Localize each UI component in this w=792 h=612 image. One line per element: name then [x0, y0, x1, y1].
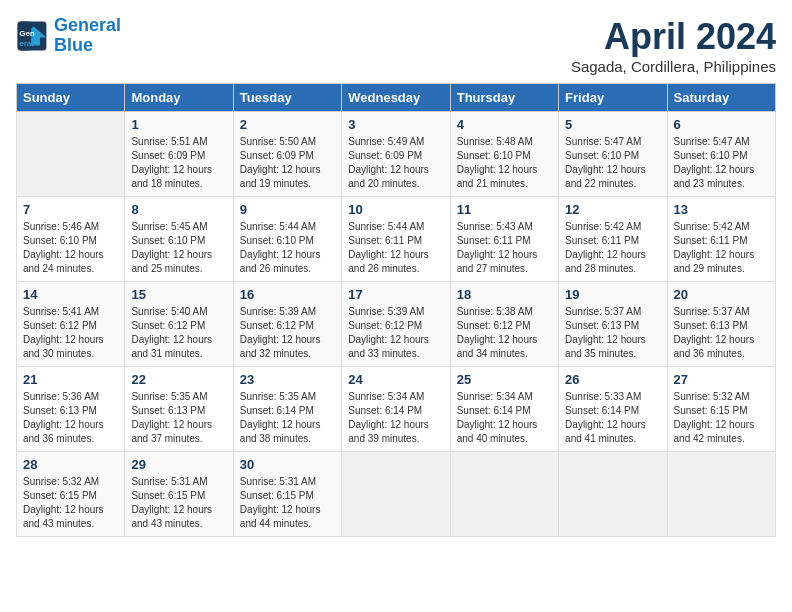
week-row-4: 21Sunrise: 5:36 AMSunset: 6:13 PMDayligh… [17, 367, 776, 452]
day-number: 25 [457, 372, 552, 387]
day-number: 6 [674, 117, 769, 132]
day-info: Sunrise: 5:36 AMSunset: 6:13 PMDaylight:… [23, 390, 118, 446]
day-info: Sunrise: 5:31 AMSunset: 6:15 PMDaylight:… [240, 475, 335, 531]
calendar-cell: 11Sunrise: 5:43 AMSunset: 6:11 PMDayligh… [450, 197, 558, 282]
day-info: Sunrise: 5:46 AMSunset: 6:10 PMDaylight:… [23, 220, 118, 276]
week-row-2: 7Sunrise: 5:46 AMSunset: 6:10 PMDaylight… [17, 197, 776, 282]
calendar-cell: 23Sunrise: 5:35 AMSunset: 6:14 PMDayligh… [233, 367, 341, 452]
day-info: Sunrise: 5:44 AMSunset: 6:10 PMDaylight:… [240, 220, 335, 276]
calendar-cell: 19Sunrise: 5:37 AMSunset: 6:13 PMDayligh… [559, 282, 667, 367]
day-number: 18 [457, 287, 552, 302]
calendar-cell: 7Sunrise: 5:46 AMSunset: 6:10 PMDaylight… [17, 197, 125, 282]
day-info: Sunrise: 5:45 AMSunset: 6:10 PMDaylight:… [131, 220, 226, 276]
title-block: April 2024 Sagada, Cordillera, Philippin… [571, 16, 776, 75]
day-info: Sunrise: 5:48 AMSunset: 6:10 PMDaylight:… [457, 135, 552, 191]
day-number: 3 [348, 117, 443, 132]
day-number: 14 [23, 287, 118, 302]
calendar-cell: 15Sunrise: 5:40 AMSunset: 6:12 PMDayligh… [125, 282, 233, 367]
day-number: 10 [348, 202, 443, 217]
calendar-cell: 24Sunrise: 5:34 AMSunset: 6:14 PMDayligh… [342, 367, 450, 452]
calendar-body: 1Sunrise: 5:51 AMSunset: 6:09 PMDaylight… [17, 112, 776, 537]
calendar-cell: 9Sunrise: 5:44 AMSunset: 6:10 PMDaylight… [233, 197, 341, 282]
day-info: Sunrise: 5:37 AMSunset: 6:13 PMDaylight:… [674, 305, 769, 361]
calendar-cell: 5Sunrise: 5:47 AMSunset: 6:10 PMDaylight… [559, 112, 667, 197]
calendar-cell: 17Sunrise: 5:39 AMSunset: 6:12 PMDayligh… [342, 282, 450, 367]
column-header-sunday: Sunday [17, 84, 125, 112]
day-number: 23 [240, 372, 335, 387]
day-number: 28 [23, 457, 118, 472]
day-info: Sunrise: 5:32 AMSunset: 6:15 PMDaylight:… [23, 475, 118, 531]
calendar-cell: 25Sunrise: 5:34 AMSunset: 6:14 PMDayligh… [450, 367, 558, 452]
calendar-cell: 1Sunrise: 5:51 AMSunset: 6:09 PMDaylight… [125, 112, 233, 197]
calendar-cell [559, 452, 667, 537]
day-info: Sunrise: 5:31 AMSunset: 6:15 PMDaylight:… [131, 475, 226, 531]
calendar-cell [667, 452, 775, 537]
calendar-cell: 6Sunrise: 5:47 AMSunset: 6:10 PMDaylight… [667, 112, 775, 197]
calendar-cell: 10Sunrise: 5:44 AMSunset: 6:11 PMDayligh… [342, 197, 450, 282]
day-number: 8 [131, 202, 226, 217]
day-info: Sunrise: 5:39 AMSunset: 6:12 PMDaylight:… [348, 305, 443, 361]
calendar-cell [342, 452, 450, 537]
day-number: 1 [131, 117, 226, 132]
day-info: Sunrise: 5:44 AMSunset: 6:11 PMDaylight:… [348, 220, 443, 276]
day-number: 21 [23, 372, 118, 387]
day-info: Sunrise: 5:37 AMSunset: 6:13 PMDaylight:… [565, 305, 660, 361]
day-number: 13 [674, 202, 769, 217]
calendar-cell: 26Sunrise: 5:33 AMSunset: 6:14 PMDayligh… [559, 367, 667, 452]
month-title: April 2024 [571, 16, 776, 58]
calendar-cell: 2Sunrise: 5:50 AMSunset: 6:09 PMDaylight… [233, 112, 341, 197]
day-number: 7 [23, 202, 118, 217]
location-subtitle: Sagada, Cordillera, Philippines [571, 58, 776, 75]
page-header: Gen eral GeneralBlue April 2024 Sagada, … [16, 16, 776, 75]
day-info: Sunrise: 5:39 AMSunset: 6:12 PMDaylight:… [240, 305, 335, 361]
day-info: Sunrise: 5:34 AMSunset: 6:14 PMDaylight:… [457, 390, 552, 446]
logo-text: GeneralBlue [54, 16, 121, 56]
day-info: Sunrise: 5:38 AMSunset: 6:12 PMDaylight:… [457, 305, 552, 361]
column-header-tuesday: Tuesday [233, 84, 341, 112]
calendar-cell: 14Sunrise: 5:41 AMSunset: 6:12 PMDayligh… [17, 282, 125, 367]
day-info: Sunrise: 5:49 AMSunset: 6:09 PMDaylight:… [348, 135, 443, 191]
day-info: Sunrise: 5:50 AMSunset: 6:09 PMDaylight:… [240, 135, 335, 191]
day-number: 22 [131, 372, 226, 387]
week-row-3: 14Sunrise: 5:41 AMSunset: 6:12 PMDayligh… [17, 282, 776, 367]
day-info: Sunrise: 5:32 AMSunset: 6:15 PMDaylight:… [674, 390, 769, 446]
calendar-cell: 27Sunrise: 5:32 AMSunset: 6:15 PMDayligh… [667, 367, 775, 452]
day-number: 16 [240, 287, 335, 302]
day-number: 12 [565, 202, 660, 217]
day-number: 9 [240, 202, 335, 217]
day-info: Sunrise: 5:42 AMSunset: 6:11 PMDaylight:… [565, 220, 660, 276]
calendar-cell: 4Sunrise: 5:48 AMSunset: 6:10 PMDaylight… [450, 112, 558, 197]
calendar-table: SundayMondayTuesdayWednesdayThursdayFrid… [16, 83, 776, 537]
calendar-header-row: SundayMondayTuesdayWednesdayThursdayFrid… [17, 84, 776, 112]
calendar-cell: 21Sunrise: 5:36 AMSunset: 6:13 PMDayligh… [17, 367, 125, 452]
svg-text:eral: eral [19, 38, 33, 47]
day-info: Sunrise: 5:43 AMSunset: 6:11 PMDaylight:… [457, 220, 552, 276]
day-number: 4 [457, 117, 552, 132]
day-number: 5 [565, 117, 660, 132]
calendar-cell: 8Sunrise: 5:45 AMSunset: 6:10 PMDaylight… [125, 197, 233, 282]
day-info: Sunrise: 5:33 AMSunset: 6:14 PMDaylight:… [565, 390, 660, 446]
calendar-cell: 12Sunrise: 5:42 AMSunset: 6:11 PMDayligh… [559, 197, 667, 282]
day-number: 15 [131, 287, 226, 302]
day-number: 30 [240, 457, 335, 472]
week-row-5: 28Sunrise: 5:32 AMSunset: 6:15 PMDayligh… [17, 452, 776, 537]
day-info: Sunrise: 5:41 AMSunset: 6:12 PMDaylight:… [23, 305, 118, 361]
logo-icon: Gen eral [16, 20, 48, 52]
week-row-1: 1Sunrise: 5:51 AMSunset: 6:09 PMDaylight… [17, 112, 776, 197]
day-info: Sunrise: 5:47 AMSunset: 6:10 PMDaylight:… [565, 135, 660, 191]
logo: Gen eral GeneralBlue [16, 16, 121, 56]
day-info: Sunrise: 5:40 AMSunset: 6:12 PMDaylight:… [131, 305, 226, 361]
column-header-friday: Friday [559, 84, 667, 112]
day-info: Sunrise: 5:51 AMSunset: 6:09 PMDaylight:… [131, 135, 226, 191]
calendar-cell: 18Sunrise: 5:38 AMSunset: 6:12 PMDayligh… [450, 282, 558, 367]
day-info: Sunrise: 5:35 AMSunset: 6:14 PMDaylight:… [240, 390, 335, 446]
calendar-cell: 3Sunrise: 5:49 AMSunset: 6:09 PMDaylight… [342, 112, 450, 197]
day-number: 20 [674, 287, 769, 302]
day-info: Sunrise: 5:47 AMSunset: 6:10 PMDaylight:… [674, 135, 769, 191]
day-info: Sunrise: 5:42 AMSunset: 6:11 PMDaylight:… [674, 220, 769, 276]
day-number: 26 [565, 372, 660, 387]
day-number: 19 [565, 287, 660, 302]
column-header-thursday: Thursday [450, 84, 558, 112]
calendar-cell: 22Sunrise: 5:35 AMSunset: 6:13 PMDayligh… [125, 367, 233, 452]
day-number: 29 [131, 457, 226, 472]
